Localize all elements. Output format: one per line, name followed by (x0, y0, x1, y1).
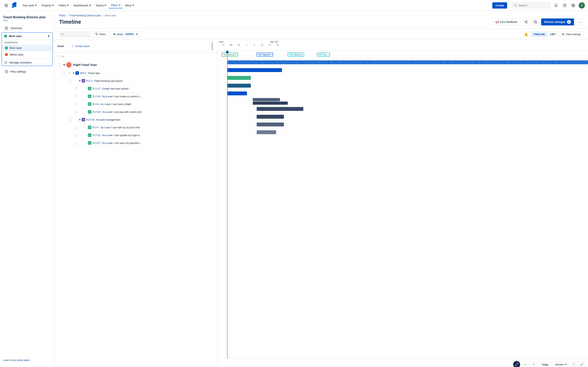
grid-icon[interactable] (3, 2, 9, 8)
main-layout: Travel Booking Division plan Plan Summar… (0, 11, 588, 367)
scenario-option-best-case[interactable]: Best case (3, 45, 52, 51)
give-feedback-button[interactable]: 📢 Give feedback (493, 19, 520, 25)
group-checkbox[interactable] (58, 63, 61, 67)
sidebar-plan-type: Plan (3, 19, 51, 22)
mp5-checkbox[interactable] (62, 71, 65, 75)
scenario-option-worst-case[interactable]: Worst case (3, 51, 52, 58)
issue-row-fly8[interactable]: S FLY-8 As I user I can book a flight (54, 100, 217, 108)
timeline-view-button[interactable]: TIMELINE (531, 32, 548, 37)
fly1-expand[interactable]: ▾ (78, 79, 82, 83)
fly26-checkbox[interactable] (75, 110, 78, 113)
issue-row-fly28[interactable]: ▾ ⚡ FLY-28 Account management (54, 116, 217, 124)
gantt-bar-fly8[interactable] (227, 92, 247, 95)
gantt-footer: Today Months ⓘ (218, 359, 588, 367)
next-button[interactable] (530, 361, 537, 367)
issue-row-fly17[interactable]: S FLY-17 Create new trips wizard (54, 85, 217, 93)
nav-more[interactable]: More (123, 3, 136, 8)
megaphone-icon: 📢 (495, 20, 499, 24)
gantt-bar-fly24[interactable] (227, 84, 251, 88)
nav-filters[interactable]: Filters (57, 3, 71, 8)
svg-point-38 (562, 33, 562, 33)
svg-point-19 (526, 21, 527, 21)
sidebar-item-summary[interactable]: Summary (1, 25, 53, 32)
gantt-bar-fly26b[interactable] (253, 101, 288, 105)
create-issue-button[interactable]: ＋ Create issue (69, 43, 92, 49)
fly1-key: FLY-1 (86, 79, 93, 82)
basic-filter-button[interactable]: Basic EDITED (111, 31, 140, 37)
nav-dashboards[interactable]: Dashboards (71, 3, 93, 8)
gantt-bar-mp5[interactable] (227, 60, 588, 64)
filters-button[interactable]: Filters (93, 32, 108, 37)
fly25-checkbox[interactable] (75, 133, 78, 137)
fly7-checkbox[interactable] (75, 126, 78, 129)
jira-logo[interactable] (11, 2, 17, 8)
create-button[interactable]: Create (492, 2, 507, 8)
search-box[interactable] (512, 2, 551, 8)
fly28-expand[interactable]: ▾ (78, 118, 82, 122)
issue-row-fly24[interactable]: S FLY-24 As a user I can create a custom… (54, 93, 217, 100)
gantt-day-18: 18 (227, 44, 235, 46)
bell-icon (554, 4, 558, 7)
learn-more-link[interactable]: Learn more about plans (3, 359, 30, 362)
toolbar-search-input[interactable] (65, 33, 88, 36)
select-all-checkbox[interactable] (58, 55, 61, 58)
fly24-icon: S (88, 95, 91, 98)
breadcrumb-plans[interactable]: Plans (59, 14, 66, 17)
zoom-expand-button[interactable] (513, 361, 520, 367)
previous-button[interactable] (522, 361, 529, 367)
list-view-button[interactable]: LIST (548, 32, 558, 37)
nav-projects[interactable]: Projects (40, 3, 56, 8)
mp5-expand[interactable]: ▾ (71, 71, 76, 75)
fly17-key: FLY-17 (93, 87, 100, 90)
issue-row-fly26[interactable]: S FLY-26 As a user I can pay with credit… (54, 108, 217, 116)
sidebar-item-plan-settings[interactable]: Plan settings (1, 68, 53, 75)
issue-row-mp5[interactable]: 1 ▾ T MP-5 Travel app (54, 69, 217, 77)
fullscreen-button[interactable] (579, 361, 585, 367)
issue-row-fly7[interactable]: S FLY-7 As I user I can edit my account … (54, 124, 217, 132)
calendar-button[interactable] (532, 18, 539, 25)
issue-sort-button[interactable]: Issue (58, 45, 68, 48)
view-settings-button[interactable]: View settings (560, 32, 583, 37)
issue-row-fly25[interactable]: S FLY-25 As a user I can update my login… (54, 132, 217, 139)
group-row-flight-travel[interactable]: ▼ 🚀 Flight Travel Team (54, 61, 217, 69)
months-select[interactable]: Months (553, 362, 569, 367)
help-button[interactable] (562, 2, 568, 8)
more-options-button[interactable]: ⋯ (576, 18, 583, 25)
user-avatar[interactable]: C (579, 2, 585, 8)
info-button[interactable]: ⓘ (571, 361, 577, 367)
review-changes-button[interactable]: Review changes 2 (541, 18, 574, 25)
settings-button[interactable] (570, 2, 576, 8)
share-button[interactable] (522, 18, 529, 25)
svg-line-29 (63, 34, 63, 35)
nav-your-work[interactable]: Your work (20, 3, 39, 8)
fly17-checkbox[interactable] (75, 87, 78, 90)
fly1-checkbox[interactable] (69, 79, 71, 82)
issue-row-fly1[interactable]: ▾ ⚡ FLY-1 Flight booking app basics (54, 77, 217, 85)
fly17-icon: S (88, 87, 91, 90)
gantt-bar-fly27[interactable] (257, 130, 276, 134)
manage-scenarios-button[interactable]: Manage scenarios (2, 59, 52, 66)
fly27-checkbox[interactable] (75, 141, 78, 144)
gantt-bar-fly7[interactable] (257, 115, 284, 119)
toolbar-search-icon (61, 33, 64, 35)
scenarios-dropdown[interactable]: Best case ▼ SCENARIOS Best case Worst ca… (1, 32, 53, 66)
search-input[interactable] (519, 4, 548, 7)
fly28-checkbox[interactable] (69, 118, 71, 121)
notifications-button[interactable] (553, 2, 559, 8)
issue-row-fly27[interactable]: S FLY-27 As a user I can save my payment… (54, 139, 217, 147)
nav-teams[interactable]: Teams (94, 3, 108, 8)
scenario-selected-row[interactable]: Best case ▼ (2, 33, 52, 40)
gantt-bar-fly17[interactable] (227, 76, 251, 80)
fly24-checkbox[interactable] (75, 95, 78, 98)
nav-plans[interactable]: Plans (109, 2, 122, 8)
group-expand-button[interactable]: ▼ (62, 63, 66, 67)
toolbar-search[interactable] (59, 32, 90, 37)
gantt-bar-fly28[interactable] (257, 107, 303, 111)
gear-icon (5, 70, 8, 73)
today-button[interactable]: Today (539, 362, 552, 367)
breadcrumb-division-plan[interactable]: Travel Booking Division plan (69, 14, 101, 17)
fly8-checkbox[interactable] (75, 102, 78, 106)
gantt-bar-fly26a[interactable] (253, 98, 280, 101)
gantt-bar-fly1[interactable] (227, 68, 282, 72)
gantt-bar-fly25[interactable] (257, 123, 284, 126)
